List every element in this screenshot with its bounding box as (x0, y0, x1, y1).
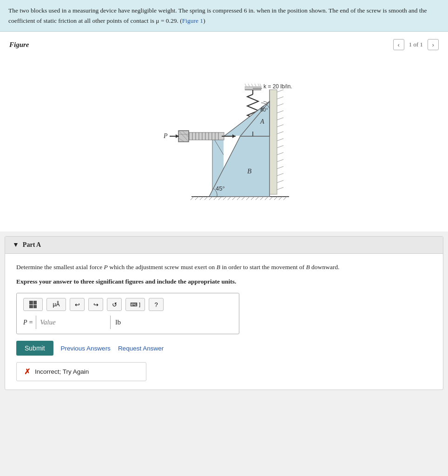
x-icon: ✗ (24, 367, 30, 376)
svg-line-16 (277, 187, 283, 190)
part-A-section: ▼ Part A Determine the smallest axial fo… (5, 236, 443, 390)
svg-line-37 (200, 197, 203, 200)
part-A-header: ▼ Part A (5, 237, 443, 254)
svg-line-23 (255, 84, 256, 86)
feedback-box: ✗ Incorrect; Try Again (16, 362, 146, 381)
redo-btn[interactable]: ↪ (88, 298, 103, 311)
svg-rect-0 (270, 90, 277, 194)
svg-line-40 (214, 197, 217, 200)
svg-line-43 (228, 197, 231, 200)
svg-line-53 (274, 197, 277, 200)
mu-btn[interactable]: μÂ (46, 298, 66, 311)
answer-row: P = lb (23, 316, 232, 329)
svg-line-14 (277, 173, 283, 176)
undo-btn[interactable]: ↩ (70, 298, 85, 311)
keyboard-icon: ⌨ ] (130, 302, 140, 308)
part-A-label: Part A (23, 241, 41, 249)
svg-line-10 (277, 145, 283, 148)
svg-text:k = 20 lb/in.: k = 20 lb/in. (264, 83, 292, 90)
svg-line-51 (265, 197, 268, 200)
figure-link[interactable]: Figure 1 (182, 17, 203, 24)
part-A-body: Determine the smallest axial force P whi… (5, 254, 443, 390)
svg-line-35 (191, 197, 194, 200)
svg-line-42 (223, 197, 226, 200)
B-variable-2: B (306, 264, 310, 271)
svg-text:B: B (247, 167, 251, 175)
answer-box: μÂ ↩ ↪ ↺ ⌨ ] ? (16, 293, 239, 334)
svg-line-25 (260, 84, 261, 86)
help-btn[interactable]: ? (149, 298, 164, 311)
svg-line-9 (277, 139, 283, 141)
svg-line-55 (283, 197, 287, 200)
svg-line-3 (277, 97, 283, 99)
svg-line-46 (242, 197, 245, 200)
request-answer-link[interactable]: Request Answer (118, 345, 164, 352)
svg-line-44 (232, 197, 236, 200)
matrix-icon (29, 301, 37, 308)
svg-line-50 (260, 197, 264, 200)
svg-line-11 (277, 152, 283, 155)
svg-line-45 (237, 197, 240, 200)
svg-line-38 (204, 197, 208, 200)
diagram-svg: A 60° (145, 64, 303, 213)
svg-line-5 (277, 111, 283, 113)
svg-line-52 (270, 197, 273, 200)
problem-text: The two blocks used in a measuring devic… (8, 7, 427, 24)
collapse-icon[interactable]: ▼ (13, 241, 19, 249)
svg-line-6 (277, 118, 283, 120)
previous-answers-link[interactable]: Previous Answers (61, 345, 111, 352)
P-variable: P (104, 264, 108, 271)
keyboard-btn[interactable]: ⌨ ] (125, 298, 145, 311)
svg-line-36 (195, 197, 198, 200)
svg-line-49 (256, 197, 259, 200)
figure-title: Figure (9, 41, 29, 49)
svg-line-12 (277, 159, 283, 162)
svg-line-41 (218, 197, 222, 200)
svg-line-22 (251, 84, 253, 86)
svg-line-39 (209, 197, 212, 200)
refresh-icon: ↺ (112, 301, 117, 308)
part-A-description: Determine the smallest axial force P whi… (16, 262, 432, 272)
svg-line-7 (277, 125, 283, 127)
svg-line-8 (277, 132, 283, 134)
help-icon: ? (154, 301, 158, 308)
figure-section: Figure ‹ 1 of 1 › (0, 32, 448, 231)
problem-statement: The two blocks used in a measuring devic… (0, 0, 448, 32)
next-figure-btn[interactable]: › (428, 39, 439, 50)
figure-header: Figure ‹ 1 of 1 › (9, 39, 439, 50)
svg-text:45°: 45° (216, 185, 225, 192)
action-row: Submit Previous Answers Request Answer (16, 341, 432, 356)
undo-icon: ↩ (75, 301, 80, 308)
prev-figure-btn[interactable]: ‹ (393, 39, 404, 50)
svg-line-13 (277, 166, 283, 169)
mu-icon: μÂ (53, 301, 60, 308)
submit-button[interactable]: Submit (16, 341, 53, 356)
unit-label: lb (110, 316, 125, 329)
svg-line-21 (248, 84, 250, 86)
figure-diagram: A 60° (9, 60, 439, 218)
svg-line-24 (258, 84, 259, 86)
P-label: P = (23, 319, 33, 326)
figure-nav: ‹ 1 of 1 › (393, 39, 439, 50)
svg-text:A: A (260, 118, 264, 125)
svg-text:P: P (163, 132, 168, 139)
figure-page-count: 1 of 1 (409, 41, 423, 48)
toolbar: μÂ ↩ ↪ ↺ ⌨ ] ? (23, 298, 232, 311)
B-variable-1: B (217, 264, 220, 271)
svg-line-4 (277, 104, 283, 106)
value-input[interactable] (36, 316, 110, 329)
incorrect-message: Incorrect; Try Again (35, 368, 89, 375)
page-container: The two blocks used in a measuring devic… (0, 0, 448, 476)
svg-text:60°: 60° (260, 107, 268, 112)
svg-line-2 (277, 90, 283, 92)
svg-line-20 (245, 84, 246, 86)
svg-line-54 (279, 197, 282, 200)
svg-line-15 (277, 180, 283, 183)
matrix-btn[interactable] (23, 298, 43, 311)
redo-icon: ↪ (93, 301, 99, 308)
refresh-btn[interactable]: ↺ (107, 298, 122, 311)
svg-line-47 (246, 197, 250, 200)
svg-line-48 (251, 197, 254, 200)
part-A-instruction: Express your answer to three significant… (16, 278, 432, 285)
